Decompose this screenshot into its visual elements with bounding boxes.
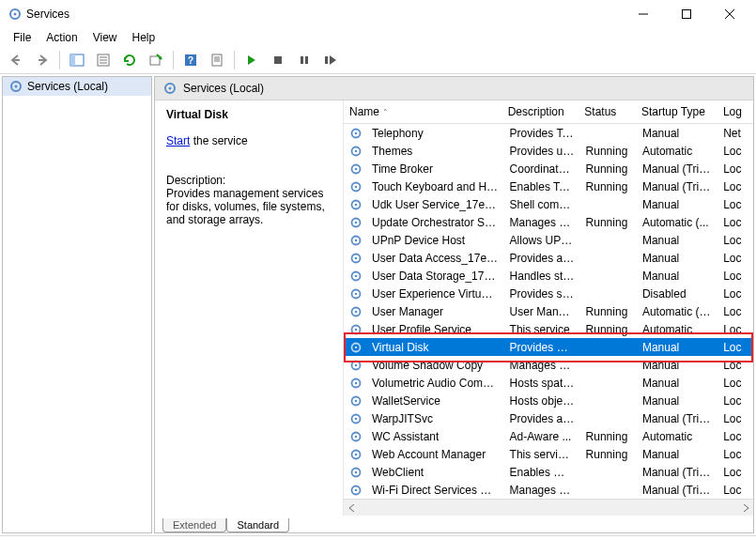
cell-status (580, 201, 637, 208)
selected-service-name: Virtual Disk (166, 108, 332, 121)
gear-icon (349, 484, 363, 497)
cell-status (580, 290, 637, 298)
svg-point-36 (355, 185, 358, 188)
cell-startup: Manual (Trig... (637, 480, 717, 500)
table-row[interactable]: WebClientEnables Win...Manual (Trig...Lo… (344, 463, 753, 481)
detail-pane: Virtual Disk Start the service Descripti… (155, 100, 343, 516)
menu-action[interactable]: Action (39, 29, 85, 46)
show-hide-tree-button[interactable] (65, 48, 89, 72)
minimize-button[interactable] (630, 5, 656, 23)
col-status[interactable]: Status (579, 101, 636, 122)
table-row[interactable]: User Profile ServiceThis serviceRunningA… (344, 320, 753, 338)
tab-standard[interactable]: Standard (226, 518, 289, 532)
gear-icon (349, 412, 363, 425)
col-name[interactable]: Name˄ (344, 101, 502, 122)
col-description[interactable]: Description (502, 101, 579, 122)
cell-status (580, 415, 637, 423)
gear-icon (349, 430, 363, 443)
tree-item-services-local[interactable]: Services (Local) (3, 77, 151, 96)
table-row[interactable]: User Data Access_17eb52afProvides ap...M… (344, 249, 753, 267)
refresh-button[interactable] (117, 48, 142, 72)
svg-point-66 (355, 453, 358, 455)
svg-rect-3 (683, 10, 691, 19)
horizontal-scrollbar[interactable] (344, 499, 753, 516)
col-startup[interactable]: Startup Type (636, 101, 717, 122)
cell-status (580, 397, 637, 405)
svg-point-54 (355, 346, 358, 348)
window-title: Services (23, 8, 630, 21)
services-app-icon (8, 7, 23, 22)
cell-name: Wi-Fi Direct Services Conne... (366, 480, 504, 500)
back-button[interactable] (4, 48, 28, 72)
properties-sheet-button[interactable] (205, 48, 229, 72)
gear-icon (349, 466, 363, 479)
table-row[interactable]: WalletServiceHosts objec...ManualLoc (344, 392, 753, 409)
pause-service-button[interactable] (292, 48, 316, 72)
scroll-left-icon[interactable] (344, 501, 360, 515)
table-row[interactable]: Wi-Fi Direct Services Conne...Manages co… (344, 481, 753, 499)
gear-icon (349, 216, 363, 229)
titlebar: Services (0, 0, 756, 28)
list-header-bar: Services (Local) (155, 77, 753, 100)
menu-file[interactable]: File (6, 29, 39, 46)
menu-view[interactable]: View (85, 29, 125, 46)
svg-point-38 (355, 203, 358, 206)
gear-icon (349, 341, 363, 354)
table-row[interactable]: Web Account ManagerThis service ...Runni… (344, 445, 753, 463)
stop-service-button[interactable] (266, 48, 290, 72)
menu-help[interactable]: Help (125, 29, 163, 46)
table-row[interactable]: Udk User Service_17eb52afShell comp...Ma… (344, 195, 753, 213)
svg-point-1 (14, 13, 17, 16)
table-row[interactable]: UPnP Device HostAllows UPn...ManualLoc (344, 231, 753, 249)
table-row[interactable]: Touch Keyboard and Hand...Enables Tou...… (344, 177, 753, 195)
table-row[interactable]: Update Orchestrator ServiceManages W...R… (344, 213, 753, 231)
gear-icon (349, 394, 363, 408)
tab-extended[interactable]: Extended (162, 518, 226, 532)
help-button[interactable]: ? (178, 48, 203, 72)
col-logon[interactable]: Log (717, 101, 753, 122)
svg-point-50 (355, 310, 358, 313)
gear-icon (162, 81, 177, 96)
gear-icon (349, 252, 363, 265)
table-row[interactable]: ThemesProvides us...RunningAutomaticLoc (344, 142, 753, 160)
gear-icon (349, 287, 363, 301)
close-button[interactable] (717, 5, 743, 23)
table-row[interactable]: Volume Shadow CopyManages an...ManualLoc (344, 356, 753, 374)
table-row[interactable]: TelephonyProvides Tel...ManualNet (344, 124, 753, 142)
table-row[interactable]: Time BrokerCoordinates...RunningManual (… (344, 160, 753, 177)
maximize-button[interactable] (673, 5, 700, 23)
export-list-button[interactable] (144, 48, 168, 72)
start-suffix: the service (190, 134, 247, 147)
cell-status (580, 469, 637, 476)
view-tabs: Extended Standard (155, 516, 753, 532)
menubar: File Action View Help (0, 28, 756, 47)
restart-service-button[interactable] (318, 48, 343, 72)
svg-rect-22 (301, 56, 303, 64)
table-row[interactable]: Volumetric Audio Composit...Hosts spatia… (344, 374, 753, 392)
start-service-button[interactable] (239, 48, 264, 72)
cell-status (580, 130, 637, 137)
scroll-right-icon[interactable] (737, 501, 753, 515)
start-service-link[interactable]: Start (166, 134, 190, 147)
table-row[interactable]: Virtual DiskProvides m...ManualLoc (344, 338, 753, 356)
gear-icon (349, 377, 363, 390)
table-row[interactable]: User ManagerUser Manag...RunningAutomati… (344, 302, 753, 320)
table-row[interactable]: WarpJITSvcProvides a JI...Manual (Trig..… (344, 409, 753, 427)
gear-icon (349, 145, 363, 158)
gear-icon (349, 359, 363, 372)
gear-icon (349, 198, 363, 211)
properties-button[interactable] (91, 48, 116, 72)
gear-icon (349, 270, 363, 283)
gear-icon (349, 323, 363, 336)
svg-point-68 (355, 470, 358, 473)
forward-button[interactable] (30, 48, 54, 72)
svg-point-40 (355, 221, 358, 224)
description-text: Provides management services for disks, … (166, 187, 332, 226)
svg-rect-24 (325, 56, 328, 64)
panel-header-label: Services (Local) (183, 82, 264, 95)
svg-point-26 (15, 85, 18, 88)
svg-point-60 (355, 399, 358, 402)
table-row[interactable]: User Experience Virtualizati...Provides … (344, 285, 753, 302)
table-row[interactable]: User Data Storage_17eb52afHandles sto...… (344, 267, 753, 285)
table-row[interactable]: WC AssistantAd-Aware ...RunningAutomatic… (344, 427, 753, 445)
